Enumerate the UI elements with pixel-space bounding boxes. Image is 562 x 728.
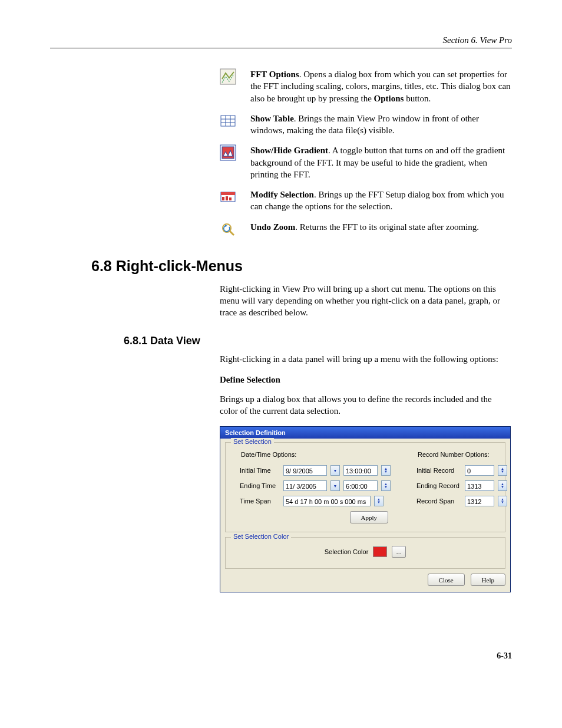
selection-color-swatch[interactable] [373,546,387,557]
timespan-spinner[interactable]: ▲▼ [374,496,384,506]
set-selection-color-fieldset: Set Selection Color Selection Color … [225,537,505,569]
ending-date-input[interactable]: 11/ 3/2005 [283,480,327,491]
modify-title: Modify Selection [250,190,314,199]
modify-text: Modify Selection. Brings up the FFT Setu… [250,189,512,213]
section-6-8-para: Right-clicking in View Pro will bring up… [220,283,512,319]
undo-zoom-icon [220,221,236,238]
initial-time-input[interactable]: 13:00:00 [343,465,378,476]
ending-date-dropdown[interactable]: ▼ [330,480,340,491]
initial-record-label: Initial Record [416,467,461,474]
record-number-options-label: Record Number Options: [418,451,507,458]
show-table-text: Show Table. Brings the main View Pro win… [250,113,512,137]
show-table-row: Show Table. Brings the main View Pro win… [220,113,512,137]
header-section-label: Section 6. View Pro [443,35,512,45]
set-selection-color-legend: Set Selection Color [231,533,291,540]
initial-record-spinner[interactable]: ▲▼ [498,465,507,476]
ending-time-label: Ending Time [240,482,280,489]
initial-time-spinner[interactable]: ▲▼ [381,465,391,476]
initial-time-label: Initial Time [240,467,280,474]
section-6-8-heading: 6.8 Right-click-Menus [91,258,512,275]
svg-rect-10 [222,197,224,200]
section-6-8-1-para2: Brings up a dialog box that allows you t… [220,393,512,417]
fft-options-bold2: Options [374,94,404,103]
gradient-title: Show/Hide Gradient [250,146,328,155]
selection-definition-dialog: Selection Definition Set Selection Date/… [220,426,511,592]
apply-button[interactable]: Apply [350,511,389,523]
modify-selection-icon [220,189,236,205]
svg-rect-9 [221,192,235,195]
svg-line-14 [230,231,234,235]
initial-date-dropdown[interactable]: ▼ [330,465,340,476]
page-number: 6-31 [50,651,512,661]
define-selection-label: Define Selection [220,375,512,385]
undo-zoom-title: Undo Zoom [250,222,295,232]
selection-color-label: Selection Color [325,548,369,555]
help-button[interactable]: Help [471,574,505,586]
modify-row: Modify Selection. Brings up the FFT Setu… [220,189,512,213]
table-icon [220,113,236,129]
selection-color-browse-button[interactable]: … [392,546,406,558]
timespan-label: Time Span [240,498,280,505]
svg-rect-11 [226,196,228,200]
record-span-spinner[interactable]: ▲▼ [498,496,507,506]
fft-options-text: FFT Options. Opens a dialog box from whi… [250,68,512,104]
fft-options-body2: button. [404,94,431,103]
close-button[interactable]: Close [428,574,465,586]
section-6-8-1-heading: 6.8.1 Data View [124,335,512,347]
set-selection-legend: Set Selection [231,438,274,445]
ending-time-input[interactable]: 6:00:00 [343,480,378,491]
dialog-titlebar: Selection Definition [220,427,510,439]
ending-record-input[interactable]: 1313 [465,480,494,491]
show-table-title: Show Table [250,114,294,123]
ending-record-spinner[interactable]: ▲▼ [498,480,507,491]
fft-options-icon [220,68,236,85]
datetime-options-label: Date/Time Options: [241,451,391,458]
record-span-input[interactable]: 1312 [465,496,494,506]
initial-date-input[interactable]: 9/ 9/2005 [283,465,327,476]
gradient-row: Show/Hide Gradient. A toggle button that… [220,144,512,180]
undo-zoom-body: . Returns the FFT to its original state … [295,222,479,232]
fft-options-row: FFT Options. Opens a dialog box from whi… [220,68,512,104]
ending-record-label: Ending Record [416,482,461,489]
svg-rect-1 [221,116,235,126]
initial-record-input[interactable]: 0 [465,465,494,476]
gradient-icon [220,144,236,161]
record-span-label: Record Span [416,498,461,505]
undo-zoom-row: Undo Zoom. Returns the FFT to its origin… [220,221,512,238]
set-selection-fieldset: Set Selection Date/Time Options: Initial… [225,442,505,532]
timespan-input[interactable]: 54 d 17 h 00 m 00 s 000 ms [283,496,371,506]
undo-zoom-text: Undo Zoom. Returns the FFT to its origin… [250,221,512,233]
page-header: Section 6. View Pro [50,35,512,48]
ending-time-spinner[interactable]: ▲▼ [381,480,391,491]
fft-options-title: FFT Options [250,70,299,79]
svg-rect-12 [229,197,232,200]
gradient-text: Show/Hide Gradient. A toggle button that… [250,144,512,180]
section-6-8-1-para1: Right-clicking in a data panel will brin… [220,353,512,365]
